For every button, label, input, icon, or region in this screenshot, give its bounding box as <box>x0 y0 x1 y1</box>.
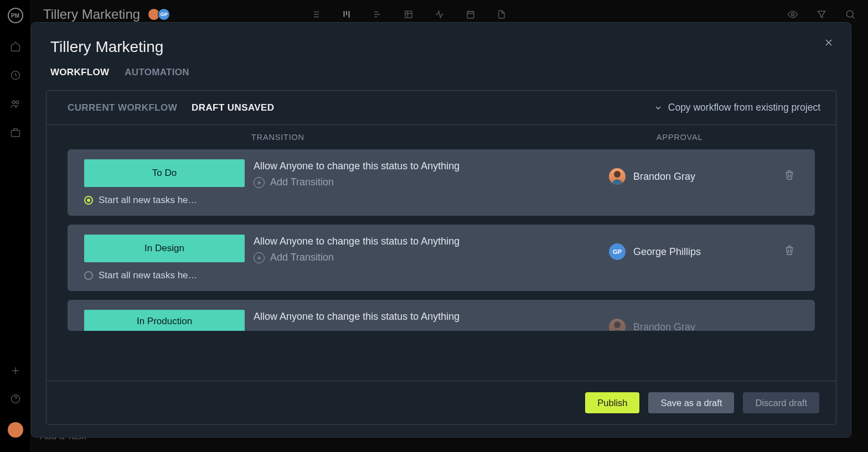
add-transition-label: Add Transition <box>270 252 334 263</box>
header-transition: TRANSITION <box>251 133 304 142</box>
start-label: Start all new tasks he… <box>99 270 198 281</box>
svg-point-1 <box>12 101 15 103</box>
plus-circle-icon: + <box>254 252 265 263</box>
svg-rect-6 <box>467 12 474 18</box>
delete-row-button[interactable] <box>784 310 806 320</box>
status-chip[interactable]: In Production <box>84 310 245 331</box>
panel-subtabs: CURRENT WORKFLOW DRAFT UNSAVED Copy work… <box>46 91 836 125</box>
project-title: Tillery Marketing <box>43 7 140 22</box>
list-view-icon[interactable] <box>311 9 321 19</box>
workflow-modal: Tillery Marketing WORKFLOW AUTOMATION CU… <box>31 22 851 438</box>
user-avatar[interactable] <box>8 422 23 438</box>
delete-row-button[interactable] <box>784 235 806 256</box>
add-transition-button[interactable]: + Add Transition <box>254 176 600 188</box>
tab-automation[interactable]: AUTOMATION <box>125 67 189 78</box>
workflow-row: To Do Start all new tasks he… Allow Anyo… <box>68 149 815 216</box>
view-toolbar <box>311 9 507 19</box>
discard-draft-button[interactable]: Discard draft <box>743 392 819 413</box>
modal-tabs: WORKFLOW AUTOMATION <box>32 56 851 85</box>
svg-point-7 <box>792 13 794 16</box>
help-icon[interactable] <box>10 393 21 404</box>
save-draft-button[interactable]: Save as a draft <box>648 392 734 413</box>
sidebar: PM <box>0 0 31 452</box>
approver-avatar <box>609 319 626 331</box>
start-tasks-radio[interactable]: Start all new tasks he… <box>84 270 245 281</box>
workflow-row: In Design Start all new tasks he… Allow … <box>68 225 815 291</box>
home-icon[interactable] <box>10 41 21 52</box>
filter-icon[interactable] <box>816 9 827 20</box>
plus-circle-icon: + <box>254 177 265 188</box>
clock-icon[interactable] <box>10 70 21 81</box>
transition-text: Allow Anyone to change this status to An… <box>254 311 600 323</box>
close-button[interactable] <box>823 37 834 48</box>
modal-title: Tillery Marketing <box>50 38 832 56</box>
add-transition-label: Add Transition <box>270 176 334 188</box>
workflow-panel: CURRENT WORKFLOW DRAFT UNSAVED Copy work… <box>46 90 836 425</box>
approver-avatar: GP <box>609 243 626 260</box>
sheet-view-icon[interactable] <box>404 9 414 19</box>
avatar: GP <box>158 8 170 20</box>
subtab-draft[interactable]: DRAFT UNSAVED <box>192 102 274 113</box>
transition-text: Allow Anyone to change this status to An… <box>254 236 600 247</box>
add-transition-button[interactable]: + Add Transition <box>254 252 600 263</box>
svg-rect-3 <box>11 131 19 137</box>
approver-avatar <box>609 168 626 185</box>
workflow-rows: To Do Start all new tasks he… Allow Anyo… <box>46 149 836 381</box>
tab-workflow[interactable]: WORKFLOW <box>50 67 109 78</box>
member-avatars[interactable]: GP <box>150 8 170 20</box>
approver-name: George Phillips <box>633 246 701 258</box>
publish-button[interactable]: Publish <box>585 392 639 413</box>
board-view-icon[interactable] <box>342 9 352 19</box>
status-chip[interactable]: To Do <box>84 159 245 187</box>
search-icon[interactable] <box>845 9 856 20</box>
transition-text: Allow Anyone to change this status to An… <box>254 160 600 172</box>
app-logo[interactable]: PM <box>8 8 23 23</box>
column-headers: TRANSITION APPROVAL <box>46 125 836 149</box>
right-toolbar <box>787 9 856 20</box>
start-label: Start all new tasks he… <box>99 195 198 206</box>
workflow-row: In Production Allow Anyone to change thi… <box>68 300 815 331</box>
copy-workflow-label: Copy workflow from existing project <box>668 102 820 113</box>
svg-point-2 <box>16 101 18 103</box>
delete-row-button[interactable] <box>784 159 806 180</box>
briefcase-icon[interactable] <box>10 127 21 138</box>
calendar-icon[interactable] <box>466 9 476 19</box>
header-approval: APPROVAL <box>657 133 703 142</box>
activity-icon[interactable] <box>435 9 445 19</box>
modal-header: Tillery Marketing <box>32 23 851 56</box>
approver-name: Brandon Gray <box>633 321 695 331</box>
svg-rect-5 <box>405 11 412 18</box>
subtab-current[interactable]: CURRENT WORKFLOW <box>68 102 177 113</box>
plus-icon[interactable] <box>11 366 20 376</box>
panel-footer: Publish Save as a draft Discard draft <box>46 381 836 424</box>
start-tasks-radio[interactable]: Start all new tasks he… <box>84 195 245 206</box>
people-icon[interactable] <box>10 98 21 110</box>
svg-point-8 <box>846 11 853 17</box>
file-icon[interactable] <box>497 9 507 19</box>
radio-icon <box>84 271 93 280</box>
chevron-down-icon <box>654 103 663 112</box>
copy-workflow-link[interactable]: Copy workflow from existing project <box>654 102 820 113</box>
status-chip[interactable]: In Design <box>84 235 245 262</box>
radio-icon <box>84 196 93 205</box>
approver-name: Brandon Gray <box>633 171 695 183</box>
eye-icon[interactable] <box>787 9 798 20</box>
gantt-view-icon[interactable] <box>373 9 383 19</box>
